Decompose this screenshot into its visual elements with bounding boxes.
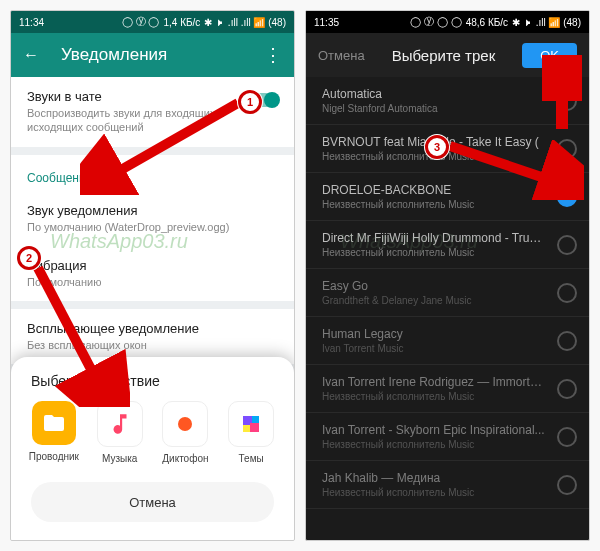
back-icon[interactable]: ←	[23, 46, 39, 64]
track-radio[interactable]	[557, 331, 577, 351]
app-themes[interactable]: Темы	[221, 401, 281, 464]
notif-sound-title: Звук уведомления	[27, 203, 278, 218]
status-icons: ◯ ⓨ ◯	[122, 15, 160, 29]
track-row[interactable]: Ivan Torrent Irene Rodriguez — Immortal.…	[306, 365, 589, 413]
picker-title: Выберите трек	[392, 47, 496, 64]
track-artist: Ivan Torrent Music	[322, 343, 545, 354]
more-icon[interactable]: ⋮	[264, 44, 282, 66]
row-chat-sounds[interactable]: Звуки в чате Воспроизводить звуки для вх…	[11, 77, 294, 147]
status-signal: ✱ 🕨 .ıll 📶 (48)	[512, 17, 581, 28]
status-bar: 11:35 ◯ ⓨ ◯ ◯ 48,6 КБ/с ✱ 🕨 .ıll 📶 (48)	[306, 11, 589, 33]
sheet-title: Выберите действие	[21, 371, 284, 401]
action-sheet: Выберите действие Проводник Музыка Дикто…	[11, 357, 294, 540]
music-icon	[97, 401, 143, 447]
track-title: DROELOE-BACKBONE	[322, 183, 545, 197]
track-artist: Неизвестный исполнитель Music	[322, 151, 545, 162]
settings-content: Звуки в чате Воспроизводить звуки для вх…	[11, 77, 294, 364]
app-label: Проводник	[29, 451, 79, 462]
status-icons: ◯ ⓨ ◯ ◯	[410, 15, 461, 29]
app-label: Музыка	[102, 453, 137, 464]
track-title: Direct Mr FijiWiji Holly Drummond - Trus…	[322, 231, 545, 245]
page-title: Уведомления	[61, 45, 242, 65]
app-label: Темы	[239, 453, 264, 464]
track-row[interactable]: Easy GoGrandtheft & Delaney Jane Music	[306, 269, 589, 317]
vibration-title: Вибрация	[27, 258, 278, 273]
track-row[interactable]: Human LegacyIvan Torrent Music	[306, 317, 589, 365]
recorder-icon	[162, 401, 208, 447]
status-bar: 11:34 ◯ ⓨ ◯ 1,4 КБ/с ✱ 🕨 .ıll .ıll 📶 (48…	[11, 11, 294, 33]
status-time: 11:34	[19, 17, 44, 28]
app-file-explorer[interactable]: Проводник	[24, 401, 84, 464]
track-artist: Неизвестный исполнитель Music	[322, 487, 545, 498]
track-radio[interactable]	[557, 427, 577, 447]
status-net: 1,4 КБ/с	[163, 17, 200, 28]
track-row[interactable]: Ivan Torrent - Skyborn Epic Inspirationa…	[306, 413, 589, 461]
app-music[interactable]: Музыка	[90, 401, 150, 464]
app-recorder[interactable]: Диктофон	[155, 401, 215, 464]
popup-sub: Без всплывающих окон	[27, 338, 278, 352]
svg-point-0	[178, 417, 192, 431]
track-artist: Неизвестный исполнитель Music	[322, 391, 545, 402]
phone-right-track-picker: 11:35 ◯ ⓨ ◯ ◯ 48,6 КБ/с ✱ 🕨 .ıll 📶 (48) …	[305, 10, 590, 541]
track-row[interactable]: Direct Mr FijiWiji Holly Drummond - Trus…	[306, 221, 589, 269]
track-radio[interactable]	[557, 187, 577, 207]
status-signal: ✱ 🕨 .ıll .ıll 📶 (48)	[204, 17, 286, 28]
notif-sound-sub: По умолчанию (WaterDrop_preview.ogg)	[27, 220, 278, 234]
themes-icon	[228, 401, 274, 447]
track-list[interactable]: AutomaticaNigel Stanford AutomaticaBVRNO…	[306, 77, 589, 540]
track-artist: Неизвестный исполнитель Music	[322, 439, 545, 450]
track-title: Jah Khalib — Медина	[322, 471, 545, 485]
folder-icon	[32, 401, 76, 445]
sheet-cancel-button[interactable]: Отмена	[31, 482, 274, 522]
chat-sounds-sub: Воспроизводить звуки для входящих и исхо…	[27, 106, 248, 135]
app-bar: ← Уведомления ⋮	[11, 33, 294, 77]
status-net: 48,6 КБ/с	[466, 17, 508, 28]
row-vibration[interactable]: Вибрация По умолчанию	[11, 246, 294, 301]
track-artist: Grandtheft & Delaney Jane Music	[322, 295, 545, 306]
popup-title: Всплывающее уведомление	[27, 321, 278, 336]
chat-sounds-toggle[interactable]	[248, 93, 278, 107]
row-notification-sound[interactable]: Звук уведомления По умолчанию (WaterDrop…	[11, 191, 294, 246]
track-row[interactable]: DROELOE-BACKBONEНеизвестный исполнитель …	[306, 173, 589, 221]
track-radio[interactable]	[557, 283, 577, 303]
track-radio[interactable]	[557, 235, 577, 255]
track-title: Automatica	[322, 87, 545, 101]
track-title: Easy Go	[322, 279, 545, 293]
track-artist: Nigel Stanford Automatica	[322, 103, 545, 114]
track-title: Ivan Torrent - Skyborn Epic Inspirationa…	[322, 423, 545, 437]
section-label-messages: Сообщения	[11, 155, 294, 191]
track-row[interactable]: AutomaticaNigel Stanford Automatica	[306, 77, 589, 125]
track-radio[interactable]	[557, 139, 577, 159]
chat-sounds-title: Звуки в чате	[27, 89, 248, 104]
track-row[interactable]: Jah Khalib — МединаНеизвестный исполните…	[306, 461, 589, 509]
vibration-sub: По умолчанию	[27, 275, 278, 289]
divider	[11, 301, 294, 309]
phone-left-settings: 11:34 ◯ ⓨ ◯ 1,4 КБ/с ✱ 🕨 .ıll .ıll 📶 (48…	[10, 10, 295, 541]
app-label: Диктофон	[162, 453, 208, 464]
status-time: 11:35	[314, 17, 339, 28]
track-title: Human Legacy	[322, 327, 545, 341]
ok-button[interactable]: OK	[522, 43, 577, 68]
picker-cancel[interactable]: Отмена	[318, 48, 365, 63]
track-artist: Неизвестный исполнитель Music	[322, 247, 545, 258]
divider	[11, 147, 294, 155]
track-title: BVRNOUT feat Mia Vaile - Take It Easy (	[322, 135, 545, 149]
track-radio[interactable]	[557, 475, 577, 495]
track-row[interactable]: BVRNOUT feat Mia Vaile - Take It Easy (Н…	[306, 125, 589, 173]
sheet-apps: Проводник Музыка Диктофон Темы	[21, 401, 284, 464]
track-title: Ivan Torrent Irene Rodriguez — Immortal.…	[322, 375, 545, 389]
picker-bar: Отмена Выберите трек OK	[306, 33, 589, 77]
track-artist: Неизвестный исполнитель Music	[322, 199, 545, 210]
cancel-label: Отмена	[129, 495, 176, 510]
track-radio[interactable]	[557, 379, 577, 399]
track-radio[interactable]	[557, 91, 577, 111]
